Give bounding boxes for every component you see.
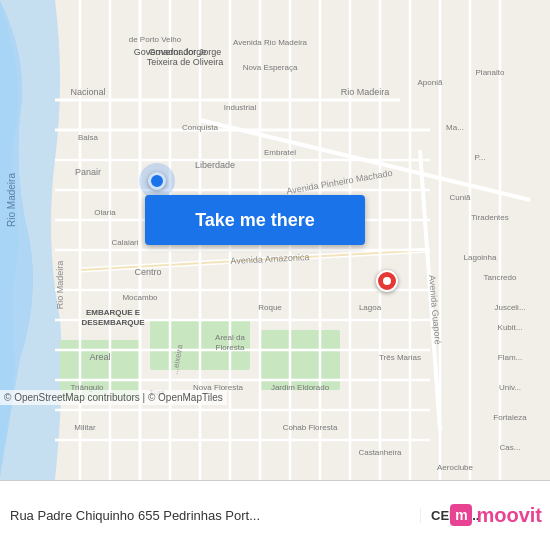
svg-text:Industrial: Industrial [224, 103, 257, 112]
svg-text:Cuniã: Cuniã [450, 193, 471, 202]
svg-text:Governador Jorge: Governador Jorge [134, 47, 207, 57]
svg-text:Tiradentes: Tiradentes [471, 213, 509, 222]
svg-text:EMBARQUE E: EMBARQUE E [86, 308, 141, 317]
svg-text:Olaria: Olaria [94, 208, 116, 217]
svg-text:Calaiari: Calaiari [111, 238, 138, 247]
svg-text:Roque: Roque [258, 303, 282, 312]
svg-text:P...: P... [475, 153, 486, 162]
svg-text:Lagoinha: Lagoinha [464, 253, 497, 262]
svg-text:Cas...: Cas... [500, 443, 521, 452]
svg-text:Ma...: Ma... [446, 123, 464, 132]
svg-text:DESEMBARQUE: DESEMBARQUE [81, 318, 145, 327]
svg-text:Areal da: Areal da [215, 333, 245, 342]
svg-text:Balsa: Balsa [78, 133, 99, 142]
svg-text:Avenida Rio Madeira: Avenida Rio Madeira [233, 38, 308, 47]
svg-text:de Porto Velho: de Porto Velho [129, 35, 182, 44]
svg-text:Floresta: Floresta [216, 343, 245, 352]
moovit-icon: m [450, 504, 472, 526]
svg-text:Rio Madeira: Rio Madeira [6, 173, 17, 227]
svg-text:Planalto: Planalto [476, 68, 505, 77]
svg-text:Liberdade: Liberdade [195, 160, 235, 170]
destination-marker [376, 270, 400, 294]
svg-text:Cohab Floresta: Cohab Floresta [283, 423, 338, 432]
svg-text:Areal: Areal [89, 352, 110, 362]
svg-text:Panair: Panair [75, 167, 101, 177]
origin-text: Rua Padre Chiquinho 655 Pedrinhas Port..… [10, 508, 420, 523]
current-location-marker [148, 172, 166, 190]
svg-text:Aponiã: Aponiã [418, 78, 443, 87]
svg-text:Univ...: Univ... [499, 383, 521, 392]
origin-section: Rua Padre Chiquinho 655 Pedrinhas Port..… [10, 508, 420, 523]
map-container: Rio Madeira Nacional Balsa Panair Olaria… [0, 0, 550, 480]
svg-text:Conquista: Conquista [182, 123, 219, 132]
svg-text:Militar: Militar [74, 423, 96, 432]
svg-text:Castanheira: Castanheira [358, 448, 402, 457]
svg-text:Kubit...: Kubit... [498, 323, 523, 332]
svg-text:Nacional: Nacional [70, 87, 105, 97]
moovit-brand-text: moovit [476, 504, 542, 527]
take-me-there-button[interactable]: Take me there [145, 195, 365, 245]
bottom-bar: Rua Padre Chiquinho 655 Pedrinhas Port..… [0, 480, 550, 550]
svg-text:Centro: Centro [134, 267, 161, 277]
svg-text:Embratel: Embratel [264, 148, 296, 157]
svg-text:Flam...: Flam... [498, 353, 522, 362]
svg-text:Jardim Eldorado: Jardim Eldorado [271, 383, 330, 392]
svg-text:Mocambo: Mocambo [122, 293, 158, 302]
svg-text:Tancredo: Tancredo [484, 273, 517, 282]
svg-text:Aeroclube: Aeroclube [437, 463, 474, 472]
svg-text:Fortaleza: Fortaleza [493, 413, 527, 422]
svg-text:Lagoa: Lagoa [359, 303, 382, 312]
svg-text:Jusceli...: Jusceli... [494, 303, 525, 312]
svg-text:Três Marias: Três Marias [379, 353, 421, 362]
map-attribution: © OpenStreetMap contributors | © OpenMap… [0, 390, 227, 405]
moovit-logo: m moovit [450, 480, 550, 550]
svg-text:Rio Madeira: Rio Madeira [341, 87, 390, 97]
svg-text:Nova Esperaça: Nova Esperaça [243, 63, 298, 72]
svg-text:Teixeira de Oliveira: Teixeira de Oliveira [147, 57, 224, 67]
svg-text:Rio Madeira: Rio Madeira [55, 261, 65, 310]
